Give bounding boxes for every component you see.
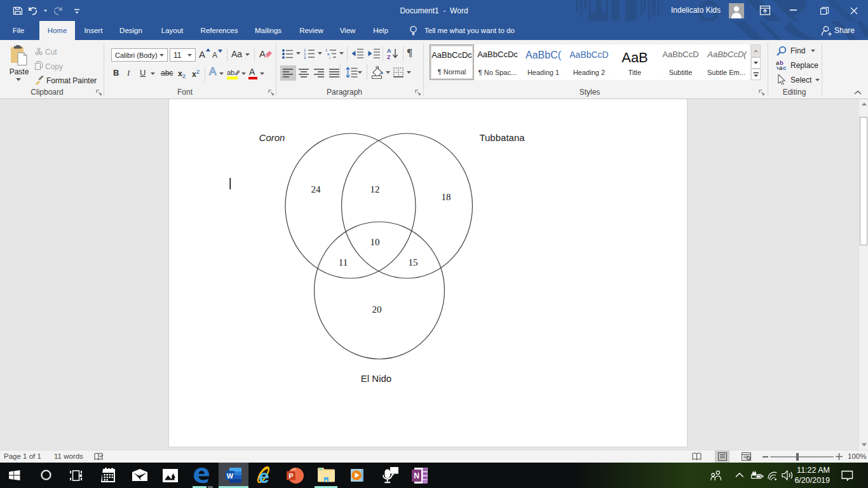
- svg-text:A: A: [387, 48, 391, 54]
- svg-text:El Nido: El Nido: [361, 373, 391, 384]
- svg-text:11: 11: [339, 257, 348, 268]
- svg-text:P: P: [288, 472, 293, 480]
- svg-text:W: W: [227, 472, 234, 480]
- svg-text:3: 3: [304, 56, 306, 59]
- svg-text:A: A: [259, 48, 266, 59]
- svg-text:N: N: [414, 471, 419, 480]
- svg-text:ab: ab: [227, 69, 234, 76]
- svg-text:20: 20: [372, 304, 382, 315]
- svg-text:i: i: [329, 56, 330, 59]
- svg-text:18: 18: [442, 192, 451, 202]
- svg-text:Z: Z: [387, 54, 391, 60]
- svg-text:Coron: Coron: [259, 132, 285, 143]
- svg-text:24: 24: [311, 184, 322, 194]
- svg-text:15: 15: [409, 257, 418, 268]
- svg-text:c: c: [783, 64, 786, 71]
- svg-text:Tubbatana: Tubbatana: [479, 132, 525, 143]
- svg-text:10: 10: [370, 237, 380, 247]
- svg-text:12: 12: [370, 184, 380, 194]
